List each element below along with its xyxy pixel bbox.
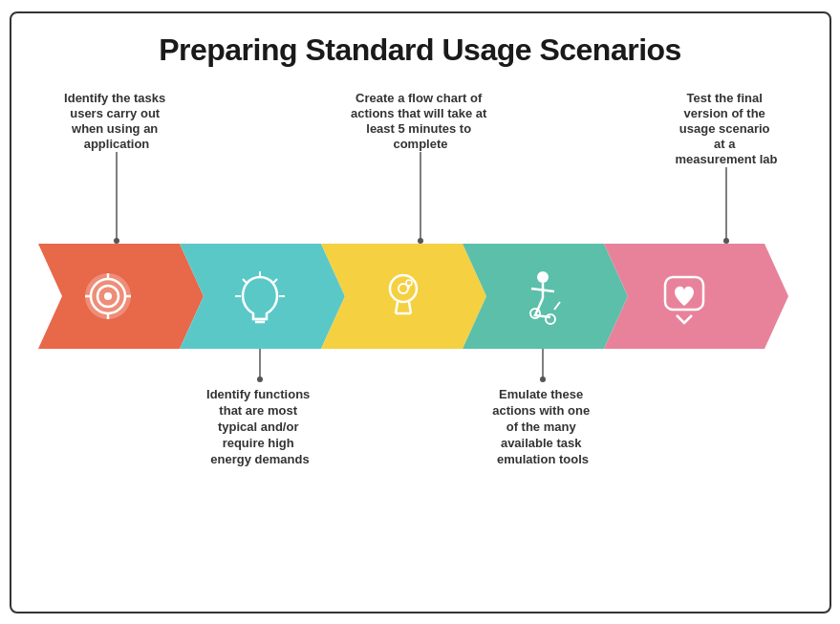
- top-label-1: Identify the tasks users carry out when …: [64, 91, 169, 151]
- page-title: Preparing Standard Usage Scenarios: [159, 32, 681, 68]
- connector-dot-3: [418, 238, 423, 244]
- connector-dot-2-bottom: [257, 377, 263, 382]
- bottom-label-4: Emulate these actions with one of the ma…: [492, 387, 592, 466]
- connector-dot-1: [114, 238, 119, 244]
- chevron-2: [180, 244, 345, 349]
- target-icon: [85, 273, 131, 319]
- top-label-5: Test the final version of the usage scen…: [675, 91, 777, 166]
- svg-point-3: [104, 292, 112, 300]
- top-label-3: Create a flow chart of actions that will…: [351, 91, 490, 151]
- connector-dot-5: [723, 238, 729, 244]
- connector-dot-4-bottom: [540, 377, 546, 382]
- chevron-3: [321, 244, 486, 349]
- diagram-svg: Identify the tasks users carry out when …: [38, 83, 803, 532]
- diagram-area: Identify the tasks users carry out when …: [40, 83, 801, 592]
- chevron-5: [604, 244, 788, 349]
- svg-point-22: [537, 271, 549, 283]
- bottom-label-2: Identify functions that are most typical…: [206, 387, 313, 466]
- main-container: Preparing Standard Usage Scenarios Ident…: [10, 11, 831, 613]
- chevron-4: [463, 244, 628, 349]
